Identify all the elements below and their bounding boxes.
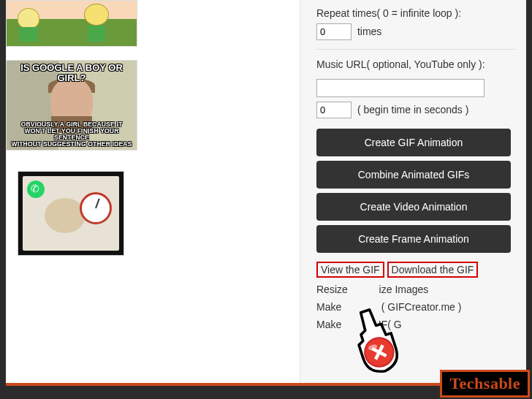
create-video-animation-button[interactable]: Create Video Animation bbox=[316, 193, 511, 221]
combine-animated-gifs-button[interactable]: Combine Animated GIFs bbox=[316, 161, 511, 189]
main-panel: IS GOOGLE A BOY OR GIRL? OBVIOUSLY A GIR… bbox=[6, 0, 526, 386]
repeat-suffix: times bbox=[357, 26, 381, 37]
download-gif-link[interactable]: Download the GIF bbox=[392, 264, 474, 276]
images-column: IS GOOGLE A BOY OR GIRL? OBVIOUSLY A GIR… bbox=[6, 0, 300, 383]
music-url-input[interactable] bbox=[316, 79, 484, 97]
gifcreator-link[interactable]: Make ( GIFCreator.me ) bbox=[316, 301, 461, 313]
view-gif-link[interactable]: View the GIF bbox=[321, 264, 380, 276]
options-panel: Repeat times( 0 = infinite loop ): times… bbox=[300, 0, 526, 383]
meme-bottom-text: OBVIOUSLY A GIRL BECAUSE IT WON'T LET YO… bbox=[7, 121, 137, 148]
divider bbox=[316, 49, 516, 50]
uploaded-image-1[interactable] bbox=[6, 0, 300, 47]
watermark-text: Techsable bbox=[449, 374, 520, 392]
begin-time-input[interactable] bbox=[316, 102, 352, 118]
repeat-times-input[interactable] bbox=[316, 23, 352, 40]
music-url-label: Music URL( optional, YouTube only ): bbox=[316, 58, 516, 70]
watermark-badge: Techsable bbox=[440, 370, 530, 398]
repeat-label: Repeat times( 0 = infinite loop ): bbox=[316, 7, 516, 19]
meme-top-text: IS GOOGLE A BOY OR GIRL? bbox=[7, 63, 137, 83]
resize-images-link[interactable]: Resize ize Images bbox=[316, 284, 428, 295]
begin-time-suffix: ( begin time in seconds ) bbox=[357, 104, 469, 115]
create-gif-animation-button[interactable]: Create GIF Animation bbox=[316, 129, 511, 156]
uploaded-image-3[interactable] bbox=[18, 171, 300, 256]
create-frame-animation-button[interactable]: Create Frame Animation bbox=[316, 225, 511, 253]
make-gif-link[interactable]: Make IF( G bbox=[316, 319, 402, 330]
uploaded-image-2[interactable]: IS GOOGLE A BOY OR GIRL? OBVIOUSLY A GIR… bbox=[6, 60, 300, 151]
